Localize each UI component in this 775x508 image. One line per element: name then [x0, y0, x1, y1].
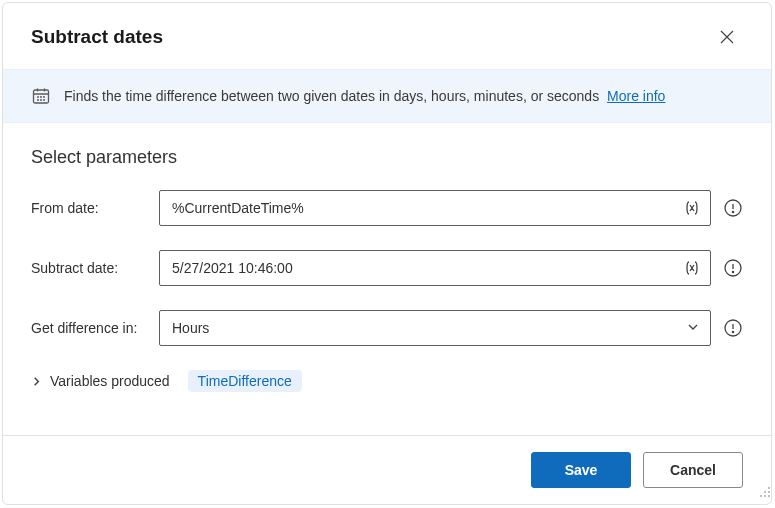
close-button[interactable]: [711, 21, 743, 53]
variables-produced-row: Variables produced TimeDifference: [31, 370, 743, 392]
variable-picker-icon[interactable]: [683, 259, 701, 277]
save-button[interactable]: Save: [531, 452, 631, 488]
section-title: Select parameters: [31, 147, 743, 168]
subtract-date-row: Subtract date:: [31, 250, 743, 286]
dialog-header: Subtract dates: [3, 3, 771, 69]
get-difference-label: Get difference in:: [31, 320, 159, 336]
from-date-row: From date:: [31, 190, 743, 226]
svg-point-12: [732, 211, 733, 212]
dialog-body: Select parameters From date: Subtract da…: [3, 123, 771, 435]
get-difference-row: Get difference in: Hours: [31, 310, 743, 346]
from-date-label: From date:: [31, 200, 159, 216]
subtract-date-input[interactable]: [159, 250, 711, 286]
variable-picker-icon[interactable]: [683, 199, 701, 217]
dialog-title: Subtract dates: [31, 26, 163, 48]
variables-toggle[interactable]: [31, 376, 42, 387]
help-icon[interactable]: [723, 318, 743, 338]
svg-point-15: [732, 271, 733, 272]
dialog-footer: Save Cancel: [3, 435, 771, 504]
close-icon: [720, 30, 734, 44]
subtract-date-label: Subtract date:: [31, 260, 159, 276]
help-icon[interactable]: [723, 198, 743, 218]
variable-chip-timedifference[interactable]: TimeDifference: [188, 370, 302, 392]
info-description: Finds the time difference between two gi…: [64, 88, 665, 104]
more-info-link[interactable]: More info: [607, 88, 665, 104]
svg-point-18: [732, 331, 733, 332]
info-bar: Finds the time difference between two gi…: [3, 69, 771, 123]
calendar-icon: [31, 86, 51, 106]
cancel-button[interactable]: Cancel: [643, 452, 743, 488]
get-difference-select[interactable]: Hours: [159, 310, 711, 346]
subtract-dates-dialog: Subtract dates Finds the time difference…: [2, 2, 772, 505]
help-icon[interactable]: [723, 258, 743, 278]
from-date-input[interactable]: [159, 190, 711, 226]
variables-produced-label[interactable]: Variables produced: [50, 373, 170, 389]
